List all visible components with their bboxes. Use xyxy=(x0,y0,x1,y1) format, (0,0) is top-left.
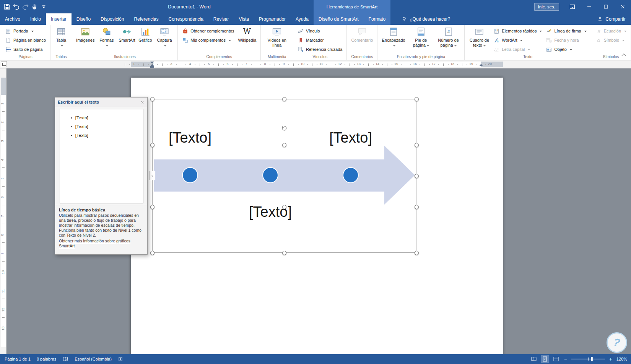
touch-mode-icon[interactable] xyxy=(31,3,39,11)
ribbon-comentario[interactable]: Comentario xyxy=(350,25,374,43)
ribbon-formas[interactable]: Formas xyxy=(97,25,117,48)
timeline-arrow-head[interactable] xyxy=(384,146,415,205)
ribbon-label-videos-en-linea: Vídeos en línea xyxy=(265,38,289,47)
read-mode-button[interactable] xyxy=(530,355,538,363)
selection-handle[interactable] xyxy=(282,251,286,255)
ribbon-referencia-cruzada[interactable]: Referencia cruzada xyxy=(296,46,344,53)
tab-inicio[interactable]: Inicio xyxy=(25,13,46,25)
tab-referencias[interactable]: Referencias xyxy=(129,13,163,25)
ribbon-cuadro-de-texto[interactable]: Cuadro de texto xyxy=(467,25,491,48)
selection-handle[interactable] xyxy=(282,143,286,147)
ribbon-mis-complementos[interactable]: Mis complementos xyxy=(181,36,236,44)
timeline-milestone-circle-2[interactable] xyxy=(263,168,278,182)
rotate-handle-icon[interactable] xyxy=(281,125,288,132)
learn-more-link[interactable]: Obtener más información sobre gráficos S… xyxy=(59,239,143,249)
zoom-out-button[interactable]: − xyxy=(563,356,568,362)
selection-handle[interactable] xyxy=(282,205,286,209)
tab-programador[interactable]: Programador xyxy=(254,13,291,25)
ribbon-pie-de-pagina[interactable]: Pie de página xyxy=(408,25,434,48)
timeline-label-top-1[interactable]: [Texto] xyxy=(169,130,211,146)
proofing-status-icon[interactable] xyxy=(62,356,68,362)
tab-selector-icon[interactable] xyxy=(1,61,7,67)
text-pane-toggle[interactable] xyxy=(150,171,155,180)
page-indicator[interactable]: Página 1 de 1 xyxy=(5,357,31,361)
ribbon-pagina-en-blanco[interactable]: Página en blanco xyxy=(3,36,47,44)
timeline-milestone-circle-3[interactable] xyxy=(343,168,358,182)
ribbon-linea-de-firma[interactable]: Línea de firma xyxy=(544,27,588,35)
macro-record-icon[interactable] xyxy=(118,356,123,362)
selection-handle[interactable] xyxy=(415,205,419,209)
print-layout-button[interactable] xyxy=(541,355,549,363)
left-indent-marker[interactable] xyxy=(150,66,154,68)
selection-handle[interactable] xyxy=(415,97,419,101)
text-pane-item[interactable]: •[Texto] xyxy=(62,131,141,140)
tab-vista[interactable]: Vista xyxy=(234,13,254,25)
ribbon-objeto[interactable]: Objeto xyxy=(544,46,588,53)
zoom-level[interactable]: 120% xyxy=(616,357,627,361)
tab-ayuda[interactable]: Ayuda xyxy=(291,13,314,25)
selection-handle[interactable] xyxy=(415,143,419,147)
close-icon[interactable] xyxy=(140,100,145,104)
close-button[interactable] xyxy=(614,0,631,13)
timeline-label-top-2[interactable]: [Texto] xyxy=(329,130,372,146)
save-icon[interactable] xyxy=(3,3,11,11)
ribbon-salto-de-pagina[interactable]: Salto de página xyxy=(3,46,47,53)
collapse-ribbon-icon[interactable] xyxy=(621,53,626,58)
ribbon-numero-de-pagina[interactable]: #Número de página xyxy=(435,25,462,48)
tab-revisar[interactable]: Revisar xyxy=(208,13,234,25)
ribbon-wikipedia[interactable]: WWikipedia xyxy=(237,25,258,43)
minimize-button[interactable] xyxy=(581,0,597,13)
selection-handle[interactable] xyxy=(282,97,286,101)
share-button[interactable]: Compartir xyxy=(597,13,626,25)
text-pane-item[interactable]: •[Texto] xyxy=(62,113,141,122)
ribbon-wordart[interactable]: AWordArt xyxy=(492,36,543,44)
tell-me-box[interactable]: ¿Qué desea hacer? xyxy=(401,13,450,25)
text-pane-header[interactable]: Escribir aquí el texto xyxy=(55,98,147,107)
text-pane-list[interactable]: •[Texto]•[Texto]•[Texto] xyxy=(60,109,143,203)
language-indicator[interactable]: Español (Colombia) xyxy=(75,357,112,361)
tab-insertar[interactable]: Insertar xyxy=(46,13,72,25)
right-indent-marker[interactable] xyxy=(479,64,483,66)
selection-handle[interactable] xyxy=(150,251,154,255)
selection-handle[interactable] xyxy=(415,174,419,178)
ribbon-grafico[interactable]: Gráfico xyxy=(137,25,153,43)
ribbon-display-options-icon[interactable] xyxy=(564,0,581,13)
ribbon-smartart[interactable]: SmartArt xyxy=(117,25,137,43)
text-pane-item[interactable]: •[Texto] xyxy=(62,122,141,131)
ribbon-obtener-complementos[interactable]: Obtener complementos xyxy=(181,27,236,35)
zoom-in-button[interactable]: + xyxy=(608,356,613,362)
customize-qat-icon[interactable] xyxy=(40,3,48,11)
tab-formato[interactable]: Formato xyxy=(364,13,391,25)
selection-handle[interactable] xyxy=(150,205,154,209)
ribbon-videos-en-linea[interactable]: Vídeos en línea xyxy=(263,25,290,48)
zoom-slider[interactable] xyxy=(571,356,605,362)
ribbon-portada[interactable]: Portada xyxy=(3,27,47,35)
sign-in-button[interactable]: Inic. ses. xyxy=(534,3,559,11)
ribbon-elementos-rapidos[interactable]: Elementos rápidos xyxy=(492,27,543,35)
ribbon-captura[interactable]: Captura xyxy=(154,25,175,48)
ribbon-imagenes[interactable]: Imágenes xyxy=(75,25,96,43)
selection-handle[interactable] xyxy=(415,251,419,255)
ribbon-ecuacion[interactable]: πEcuación xyxy=(594,27,628,35)
timeline-milestone-circle-1[interactable] xyxy=(183,168,197,182)
maximize-button[interactable] xyxy=(597,0,614,13)
selection-handle[interactable] xyxy=(150,143,154,147)
ribbon-vinculo[interactable]: Vínculo xyxy=(296,27,344,35)
zoom-slider-thumb[interactable] xyxy=(591,357,593,361)
tab-correspondencia[interactable]: Correspondencia xyxy=(163,13,208,25)
ribbon-marcador[interactable]: Marcador xyxy=(296,36,344,44)
redo-icon[interactable] xyxy=(21,3,29,11)
undo-icon[interactable] xyxy=(12,3,20,11)
ribbon-encabezado[interactable]: Encabezado xyxy=(380,25,407,48)
tab-archivo[interactable]: Archivo xyxy=(0,13,25,25)
ribbon-tabla[interactable]: Tabla xyxy=(53,25,69,48)
ribbon-simbolo[interactable]: ΩSímbolo xyxy=(594,36,628,44)
tab-diseno[interactable]: Diseño xyxy=(72,13,96,25)
ribbon-fecha-y-hora[interactable]: Fecha y hora xyxy=(544,36,588,44)
selection-handle[interactable] xyxy=(150,97,154,101)
tab-diseno-de-smartart[interactable]: Diseño de SmartArt xyxy=(314,13,364,25)
ribbon-letra-capital[interactable]: ALetra capital xyxy=(492,46,543,53)
tab-disposicion[interactable]: Disposición xyxy=(96,13,129,25)
web-layout-button[interactable] xyxy=(552,355,560,363)
word-count[interactable]: 0 palabras xyxy=(37,357,56,361)
